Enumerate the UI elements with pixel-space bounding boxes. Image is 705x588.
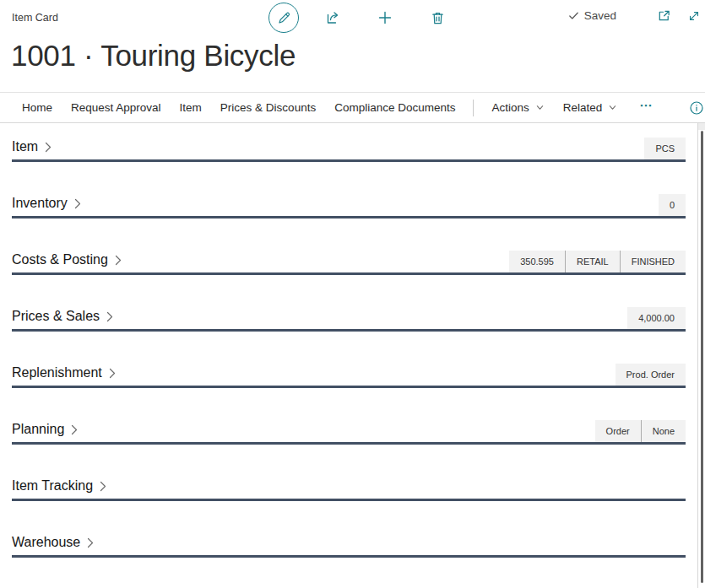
- section-badges: 0: [659, 194, 686, 216]
- action-menubar: HomeRequest ApprovalItemPrices & Discoun…: [0, 92, 705, 123]
- menu-item-prices-discounts[interactable]: Prices & Discounts: [220, 101, 316, 114]
- section-badge: Prod. Order: [616, 364, 686, 386]
- plus-icon: [377, 9, 393, 26]
- section-badge: RETAIL: [565, 251, 620, 272]
- section-badges: Prod. Order: [616, 364, 686, 386]
- section-item: ItemPCS: [12, 137, 686, 162]
- chevron-right-icon: [44, 141, 52, 154]
- section-label: Planning: [12, 422, 64, 437]
- chevron-down-icon: [535, 103, 545, 112]
- section-planning: PlanningOrderNone: [12, 419, 686, 445]
- section-label: Item: [12, 139, 38, 154]
- chevron-right-icon: [73, 197, 82, 210]
- section-header-item[interactable]: ItemPCS: [12, 137, 686, 162]
- section-badge: 350.595: [509, 251, 565, 272]
- toolbar: [268, 3, 446, 33]
- section-header-planning[interactable]: PlanningOrderNone: [12, 419, 686, 445]
- share-icon: [324, 9, 341, 26]
- share-button[interactable]: [324, 9, 341, 26]
- menu-items: HomeRequest ApprovalItemPrices & Discoun…: [22, 101, 455, 114]
- section-label: Inventory: [12, 196, 68, 211]
- chevron-right-icon: [99, 480, 107, 493]
- edit-button[interactable]: [268, 3, 299, 33]
- trash-icon: [430, 10, 446, 26]
- section-label: Item Tracking: [12, 478, 93, 494]
- scrollbar-top: [698, 123, 705, 130]
- section-label: Warehouse: [12, 535, 80, 550]
- open-in-new-window-icon: [657, 8, 671, 23]
- section-badges: 4,000.00: [627, 307, 686, 329]
- section-badges: 350.595RETAILFINISHED: [509, 251, 686, 272]
- menu-item-home[interactable]: Home: [22, 101, 52, 114]
- resize-button[interactable]: [686, 8, 701, 23]
- info-circle-icon: [689, 100, 704, 116]
- section-label: Prices & Sales: [12, 309, 100, 324]
- chevron-right-icon: [106, 310, 114, 323]
- section-badge: FINISHED: [620, 251, 686, 272]
- section-badge: PCS: [644, 138, 686, 159]
- section-inventory: Inventory0: [12, 193, 686, 218]
- section-badge: 4,000.00: [627, 307, 686, 329]
- section-label: Replenishment: [12, 365, 102, 380]
- section-header-warehouse[interactable]: Warehouse: [12, 532, 686, 558]
- section-replenishment: ReplenishmentProd. Order: [12, 363, 686, 388]
- section-costs-posting: Costs & Posting350.595RETAILFINISHED: [12, 250, 686, 275]
- delete-button[interactable]: [429, 9, 446, 26]
- menu-dropdown-label: Related: [563, 101, 603, 114]
- page-caption: Item Card: [12, 12, 58, 24]
- section-badge: Order: [595, 420, 641, 442]
- save-status-label: Saved: [584, 9, 616, 22]
- section-item-tracking: Item Tracking: [12, 476, 686, 501]
- section-header-inventory[interactable]: Inventory0: [12, 193, 686, 218]
- section-header-item-tracking[interactable]: Item Tracking: [12, 476, 686, 501]
- page-header: Item Card: [0, 0, 705, 92]
- popout-button[interactable]: [657, 8, 671, 23]
- chevron-right-icon: [86, 537, 95, 549]
- menu-dropdown-actions[interactable]: Actions: [491, 101, 544, 114]
- chevron-right-icon: [114, 254, 122, 267]
- section-badge: 0: [659, 194, 686, 216]
- menu-dropdown-related[interactable]: Related: [563, 101, 618, 114]
- checkmark-icon: [567, 9, 580, 22]
- vertical-scrollbar[interactable]: [697, 123, 705, 588]
- item-card-window: Item Card: [0, 0, 705, 588]
- menu-dropdown-label: Actions: [491, 101, 529, 114]
- section-prices-sales: Prices & Sales4,000.00: [12, 306, 686, 332]
- section-label: Costs & Posting: [12, 252, 108, 267]
- more-options-button[interactable]: ⋯: [637, 101, 655, 115]
- menu-dropdowns: ActionsRelated: [491, 101, 617, 114]
- section-warehouse: Warehouse: [12, 532, 686, 558]
- menu-divider: [473, 100, 474, 116]
- section-header-costs-posting[interactable]: Costs & Posting350.595RETAILFINISHED: [12, 250, 686, 275]
- section-badges: PCS: [644, 138, 686, 159]
- new-button[interactable]: [377, 9, 393, 26]
- info-button[interactable]: [689, 100, 704, 116]
- section-header-prices-sales[interactable]: Prices & Sales4,000.00: [12, 306, 686, 332]
- menu-item-compliance-documents[interactable]: Compliance Documents: [334, 101, 455, 114]
- section-header-replenishment[interactable]: ReplenishmentProd. Order: [12, 363, 686, 388]
- window-controls: Saved: [567, 8, 701, 23]
- chevron-right-icon: [108, 367, 117, 380]
- section-badge: None: [641, 420, 686, 442]
- save-status: Saved: [567, 9, 616, 22]
- chevron-right-icon: [70, 423, 79, 436]
- pencil-icon: [277, 11, 291, 25]
- chevron-down-icon: [608, 103, 617, 112]
- expand-diagonal-icon: [687, 9, 701, 23]
- scrollbar-thumb[interactable]: [701, 131, 703, 583]
- section-badges: OrderNone: [595, 420, 686, 442]
- menu-item-item[interactable]: Item: [180, 101, 202, 114]
- menu-item-request-approval[interactable]: Request Approval: [71, 101, 161, 114]
- page-title: 1001 · Touring Bicycle: [11, 39, 296, 73]
- fasttab-sections: ItemPCSInventory0Costs & Posting350.595R…: [0, 123, 705, 558]
